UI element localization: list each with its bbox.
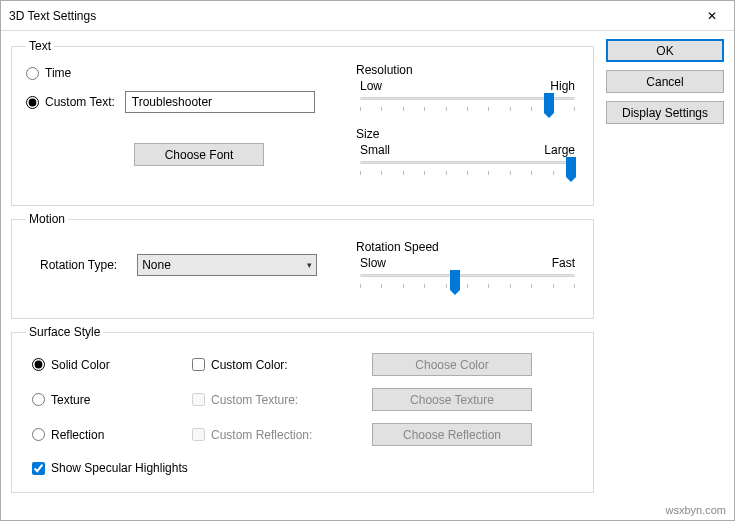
specular-label: Show Specular Highlights — [51, 461, 188, 475]
rotation-speed-slider-block: Rotation Speed Slow Fast — [356, 240, 579, 296]
solid-color-radio-input[interactable] — [32, 358, 45, 371]
resolution-high-label: High — [550, 79, 575, 93]
chevron-down-icon: ▾ — [307, 260, 312, 270]
close-button[interactable]: ✕ — [690, 1, 734, 30]
custom-reflection-label: Custom Reflection: — [211, 428, 312, 442]
size-label: Size — [356, 127, 579, 141]
motion-group: Motion Rotation Type: None ▾ Rotation Sp… — [11, 212, 594, 319]
custom-texture-check-input — [192, 393, 205, 406]
title-bar: 3D Text Settings ✕ — [1, 1, 734, 31]
reflection-label: Reflection — [51, 428, 104, 442]
custom-color-check-input[interactable] — [192, 358, 205, 371]
resolution-label: Resolution — [356, 63, 579, 77]
text-group: Text Time Custom Text: Choose Font — [11, 39, 594, 206]
choose-font-button[interactable]: Choose Font — [134, 143, 264, 166]
texture-label: Texture — [51, 393, 90, 407]
custom-texture-check: Custom Texture: — [192, 390, 372, 410]
time-radio-label: Time — [45, 66, 71, 80]
time-radio[interactable]: Time — [26, 63, 346, 83]
resolution-slider-block: Resolution Low High — [356, 63, 579, 119]
choose-reflection-button: Choose Reflection — [372, 423, 532, 446]
surface-legend: Surface Style — [26, 325, 103, 339]
custom-color-check[interactable]: Custom Color: — [192, 355, 372, 375]
rotation-speed-slider[interactable] — [360, 272, 575, 296]
custom-reflection-check-input — [192, 428, 205, 441]
texture-radio-input[interactable] — [32, 393, 45, 406]
display-settings-button[interactable]: Display Settings — [606, 101, 724, 124]
size-small-label: Small — [360, 143, 390, 157]
custom-text-radio[interactable]: Custom Text: — [26, 92, 115, 112]
specular-check-input[interactable] — [32, 462, 45, 475]
time-radio-input[interactable] — [26, 67, 39, 80]
custom-texture-label: Custom Texture: — [211, 393, 298, 407]
custom-text-radio-label: Custom Text: — [45, 95, 115, 109]
rotation-type-value: None — [142, 258, 171, 272]
size-slider-block: Size Small Large — [356, 127, 579, 183]
reflection-radio-input[interactable] — [32, 428, 45, 441]
custom-color-label: Custom Color: — [211, 358, 288, 372]
surface-group: Surface Style Solid Color Custom Color: … — [11, 325, 594, 493]
watermark: wsxbyn.com — [665, 504, 726, 516]
choose-texture-button: Choose Texture — [372, 388, 532, 411]
custom-reflection-check: Custom Reflection: — [192, 425, 372, 445]
window-title: 3D Text Settings — [9, 9, 690, 23]
rotation-speed-label: Rotation Speed — [356, 240, 579, 254]
ok-button[interactable]: OK — [606, 39, 724, 62]
size-large-label: Large — [544, 143, 575, 157]
solid-color-radio[interactable]: Solid Color — [32, 355, 192, 375]
close-icon: ✕ — [707, 9, 717, 23]
solid-color-label: Solid Color — [51, 358, 110, 372]
rotation-speed-slow-label: Slow — [360, 256, 386, 270]
rotation-type-label: Rotation Type: — [40, 258, 117, 272]
custom-text-input[interactable] — [125, 91, 315, 113]
texture-radio[interactable]: Texture — [32, 390, 192, 410]
rotation-speed-fast-label: Fast — [552, 256, 575, 270]
custom-text-radio-input[interactable] — [26, 96, 39, 109]
cancel-button[interactable]: Cancel — [606, 70, 724, 93]
specular-check[interactable]: Show Specular Highlights — [32, 458, 552, 478]
reflection-radio[interactable]: Reflection — [32, 425, 192, 445]
size-slider[interactable] — [360, 159, 575, 183]
resolution-low-label: Low — [360, 79, 382, 93]
choose-color-button: Choose Color — [372, 353, 532, 376]
motion-legend: Motion — [26, 212, 68, 226]
resolution-slider[interactable] — [360, 95, 575, 119]
rotation-type-select[interactable]: None ▾ — [137, 254, 317, 276]
text-legend: Text — [26, 39, 54, 53]
